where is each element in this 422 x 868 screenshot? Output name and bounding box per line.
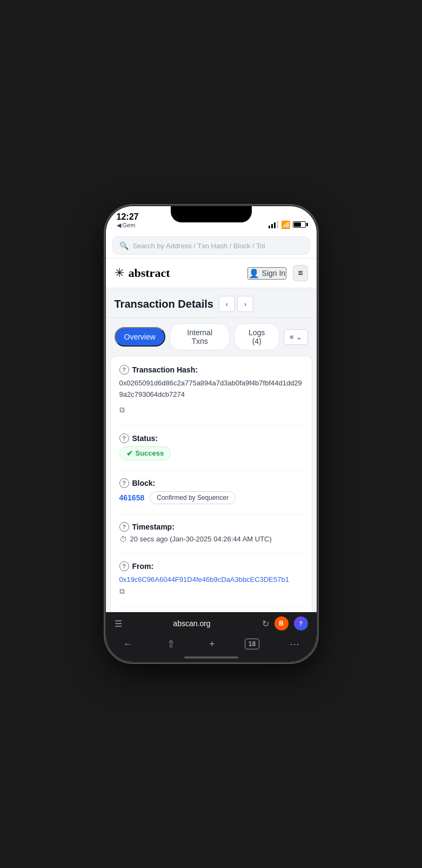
browser-url[interactable]: abscan.org [128,619,257,628]
search-bar-container: 🔍 Search by Address / Txn Hash / Block /… [106,233,317,259]
home-indicator [184,656,238,659]
timestamp-help-icon[interactable]: ? [119,522,129,532]
wifi-icon: 📶 [281,220,290,229]
signal-bars [269,221,278,228]
status-help-icon[interactable]: ? [119,433,129,443]
timestamp-value: ⏱ 20 secs ago (Jan-30-2025 04:26:44 AM U… [119,535,303,544]
next-button[interactable]: › [237,296,253,312]
add-tab-button[interactable]: + [205,636,219,652]
block-help-icon[interactable]: ? [119,478,129,488]
hash-copy-icon[interactable]: ⧉ [119,404,125,416]
from-address-link[interactable]: 0x19c6C96A6044F91D4fe46b9cDaA3bbcEC3DE57… [119,574,303,585]
browser-tab-icon[interactable]: ☰ [115,619,122,629]
hamburger-icon: ≡ [298,269,303,277]
filter-button[interactable]: ≡ ⌄ [284,329,308,345]
status-label: ? Status: [119,433,303,443]
status-time: 12:27 [117,212,139,222]
nav-arrows: ‹ › [219,296,253,312]
clock-icon: ⏱ [119,535,127,544]
browser-bottom: ← ⇧ + 18 ⋯ [115,634,308,654]
brave-icon: B [274,616,289,630]
transaction-card: ? Transaction Hash: 0x0265091d6d86c2a775… [110,356,312,612]
tabs-bar: Overview Internal Txns Logs (4) ≡ ⌄ [106,318,317,356]
chevron-down-icon: ⌄ [296,333,302,341]
tab-internal-txns[interactable]: Internal Txns [170,323,230,350]
status-icons: 📶 [269,220,306,229]
timestamp-field: ? Timestamp: ⏱ 20 secs ago (Jan-30-2025 … [119,522,303,544]
sign-in-button[interactable]: 👤 Sign In [247,267,287,280]
logo-text: abstract [129,266,170,280]
user-icon: 👤 [249,268,259,279]
block-number-link[interactable]: 461658 [119,493,145,502]
hash-value: 0x0265091d6d86c2a775a894a7d3ab0fa9f4b7fb… [119,378,303,416]
status-badge: ✔ Success [119,446,171,460]
more-options-button[interactable]: ⋯ [285,636,304,652]
app-header: ✳ abstract 👤 Sign In ≡ [106,259,317,288]
abstract-logo-icon: ✳ [115,266,124,280]
from-field: ? From: 0x19c6C96A6044F91D4fe46b9cDaA3bb… [119,561,303,596]
prev-button[interactable]: ‹ [219,296,235,312]
block-field: ? Block: 461658 Confirmed by Sequencer [119,478,303,504]
browser-refresh-icon[interactable]: ↻ [262,619,269,629]
from-address-container: 0x19c6C96A6044F91D4fe46b9cDaA3bbcEC3DE57… [119,574,303,596]
filter-icon: ≡ [290,333,294,341]
content-area: ✳ abstract 👤 Sign In ≡ Transaction Detai… [106,259,317,612]
page-header: Transaction Details ‹ › [106,288,317,318]
header-right: 👤 Sign In ≡ [247,265,308,281]
extension-icon: ? [294,616,308,630]
block-row: 461658 Confirmed by Sequencer [119,491,303,504]
browser-bar: ☰ abscan.org ↻ B ? ← ⇧ + 18 ⋯ [106,612,317,662]
logo-area: ✳ abstract [115,266,170,280]
back-button[interactable]: ← [119,636,137,652]
from-label: ? From: [119,561,303,571]
search-bar[interactable]: 🔍 Search by Address / Txn Hash / Block /… [112,236,310,255]
confirmed-badge: Confirmed by Sequencer [150,491,236,504]
page-title: Transaction Details [115,298,213,310]
status-field: ? Status: ✔ Success [119,433,303,460]
hash-help-icon[interactable]: ? [119,365,129,375]
from-copy-icon[interactable]: ⧉ [119,587,303,596]
tab-logs[interactable]: Logs (4) [234,323,279,350]
back-label[interactable]: ◀ Gem [117,222,136,229]
hash-label: ? Transaction Hash: [119,365,303,375]
hash-field: ? Transaction Hash: 0x0265091d6d86c2a775… [119,365,303,416]
browser-top: ☰ abscan.org ↻ B ? [115,616,308,630]
timestamp-label: ? Timestamp: [119,522,303,532]
battery-icon [293,221,306,228]
tab-count[interactable]: 18 [245,639,259,649]
block-label: ? Block: [119,478,303,488]
from-help-icon[interactable]: ? [119,561,129,571]
check-circle-icon: ✔ [126,449,133,458]
menu-button[interactable]: ≡ [293,265,307,281]
search-icon: 🔍 [119,241,129,250]
search-placeholder: Search by Address / Txn Hash / Block / T… [133,242,265,250]
share-button[interactable]: ⇧ [163,636,179,652]
tab-overview[interactable]: Overview [115,327,165,347]
